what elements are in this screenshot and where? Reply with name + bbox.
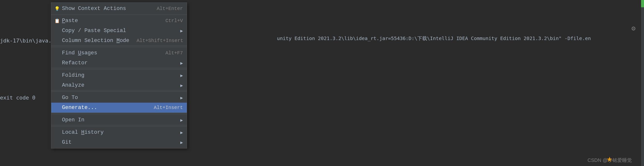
paste-label: Paste — [62, 18, 158, 24]
menu-item-column-selection-mode[interactable]: Column Selection Mode Alt+Shift+Insert — [51, 36, 187, 46]
find-usages-label: Find Usages — [62, 50, 158, 56]
refactor-label: Refactor — [62, 60, 178, 66]
paste-icon: 📋 — [54, 18, 60, 24]
menu-item-go-to[interactable]: Go To ▶ — [51, 93, 187, 103]
right-panel-text: unity Edition 2021.3.2\lib\idea_rt.jar=5… — [277, 35, 591, 42]
terminal-area: jdk-17\bin\java.exe" exit code 0 — [0, 0, 51, 166]
go-to-label: Go To — [62, 95, 178, 101]
folding-label: Folding — [62, 72, 178, 78]
git-label: Git — [62, 139, 178, 145]
local-history-label: Local History — [62, 129, 178, 135]
context-menu: 💡 Show Context Actions Alt+Enter 📋 Paste… — [51, 2, 187, 149]
menu-item-refactor[interactable]: Refactor ▶ — [51, 58, 187, 68]
refactor-arrow: ▶ — [180, 60, 183, 66]
open-in-arrow: ▶ — [180, 118, 183, 123]
column-selection-shortcut: Alt+Shift+Insert — [136, 38, 183, 43]
menu-item-show-context-actions[interactable]: 💡 Show Context Actions Alt+Enter — [51, 4, 187, 13]
paste-shortcut: Ctrl+V — [166, 18, 183, 23]
bulb-icon: 💡 — [54, 6, 60, 12]
find-usages-shortcut: Alt+F7 — [166, 50, 183, 56]
analyze-arrow: ▶ — [180, 83, 183, 88]
open-in-label: Open In — [62, 117, 178, 123]
scrollbar-thumb[interactable] — [641, 0, 644, 7]
menu-item-paste[interactable]: 📋 Paste Ctrl+V — [51, 16, 187, 26]
git-arrow: ▶ — [180, 140, 183, 145]
copy-paste-special-label: Copy / Paste Special — [62, 28, 178, 34]
watermark-text: CSDN @小铭爱睡觉 — [588, 157, 632, 164]
separator-4 — [51, 92, 187, 92]
show-context-actions-shortcut: Alt+Enter — [157, 6, 183, 11]
local-history-arrow: ▶ — [180, 130, 183, 135]
menu-item-find-usages[interactable]: Find Usages Alt+F7 — [51, 48, 187, 58]
go-to-arrow: ▶ — [180, 95, 183, 100]
menu-item-folding[interactable]: Folding ▶ — [51, 70, 187, 80]
show-context-actions-label: Show Context Actions — [62, 5, 150, 12]
separator-5 — [51, 114, 187, 114]
separator-2 — [51, 47, 187, 47]
right-panel: unity Edition 2021.3.2\lib\idea_rt.jar=5… — [277, 0, 644, 166]
analyze-label: Analyze — [62, 82, 178, 88]
separator-3 — [51, 69, 187, 69]
terminal-text-exit: exit code 0 — [0, 95, 36, 101]
menu-item-copy-paste-special[interactable]: Copy / Paste Special ▶ — [51, 26, 187, 36]
menu-item-generate[interactable]: Generate... Alt+Insert — [51, 103, 187, 113]
column-selection-label: Column Selection Mode — [62, 38, 129, 44]
menu-item-analyze[interactable]: Analyze ▶ — [51, 80, 187, 91]
separator-1 — [51, 14, 187, 15]
folding-arrow: ▶ — [180, 73, 183, 78]
menu-item-git[interactable]: Git ▶ — [51, 137, 187, 147]
generate-label: Generate... — [62, 105, 146, 111]
generate-shortcut: Alt+Insert — [154, 105, 183, 110]
separator-6 — [51, 126, 187, 127]
menu-item-open-in[interactable]: Open In ▶ — [51, 115, 187, 125]
menu-item-local-history[interactable]: Local History ▶ — [51, 127, 187, 137]
copy-paste-special-arrow: ▶ — [180, 28, 183, 33]
settings-icon[interactable]: ⚙ — [631, 24, 636, 32]
scrollbar[interactable] — [641, 0, 644, 166]
